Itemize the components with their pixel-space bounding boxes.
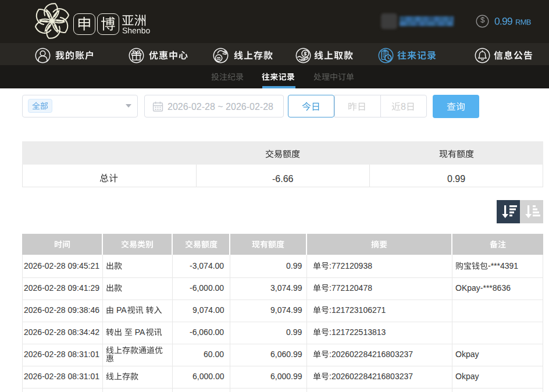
svg-text:Okpay: Okpay	[455, 372, 479, 382]
svg-text:6,000.00: 6,000.00	[192, 372, 224, 382]
svg-text:2026-02-28 09:41:29: 2026-02-28 09:41:29	[24, 284, 99, 293]
svg-text:PA: PA	[133, 328, 145, 337]
svg-text:9,074.00: 9,074.00	[192, 306, 224, 315]
svg-text:-6,000.00: -6,000.00	[190, 284, 224, 293]
svg-text::202602284216803237: :202602284216803237	[329, 350, 413, 359]
svg-text::202602284216803237: :202602284216803237	[329, 372, 413, 382]
svg-text:2026-02-28 08:34:42: 2026-02-28 08:34:42	[24, 328, 99, 337]
svg-text:Okpay: Okpay	[455, 350, 479, 359]
svg-text:2026-02-28 ~ 2026-02-28: 2026-02-28 ~ 2026-02-28	[167, 102, 273, 112]
svg-text::772120478: :772120478	[329, 284, 372, 293]
svg-text:0.99: 0.99	[286, 262, 302, 271]
svg-text:PA: PA	[114, 306, 127, 315]
svg-text:60.00: 60.00	[204, 350, 224, 359]
svg-text::772120938: :772120938	[329, 262, 372, 271]
svg-text:-***4391: -***4391	[488, 262, 518, 271]
svg-text::121723106271: :121723106271	[329, 306, 386, 315]
svg-text:8: 8	[401, 102, 406, 112]
svg-text:-3,074.00: -3,074.00	[190, 262, 224, 271]
svg-text:2026-02-28 08:31:01: 2026-02-28 08:31:01	[24, 350, 99, 359]
svg-text:-6.66: -6.66	[272, 174, 294, 184]
svg-text:2026-02-28 09:45:21: 2026-02-28 09:45:21	[24, 262, 99, 271]
svg-text:-6,060.00: -6,060.00	[190, 328, 224, 337]
svg-text:OKpay-***8636: OKpay-***8636	[455, 284, 511, 293]
svg-text:3,074.99: 3,074.99	[270, 284, 302, 293]
svg-text:0.99: 0.99	[286, 328, 302, 337]
svg-text:2026-02-28 09:38:46: 2026-02-28 09:38:46	[24, 306, 99, 315]
svg-text:9,074.99: 9,074.99	[270, 306, 302, 315]
svg-text:2026-02-28 08:31:01: 2026-02-28 08:31:01	[24, 372, 99, 382]
svg-text:6,060.99: 6,060.99	[270, 350, 302, 359]
svg-text::121722513813: :121722513813	[329, 328, 386, 337]
svg-text:6,000.99: 6,000.99	[270, 372, 302, 382]
svg-text:0.99: 0.99	[447, 174, 465, 184]
